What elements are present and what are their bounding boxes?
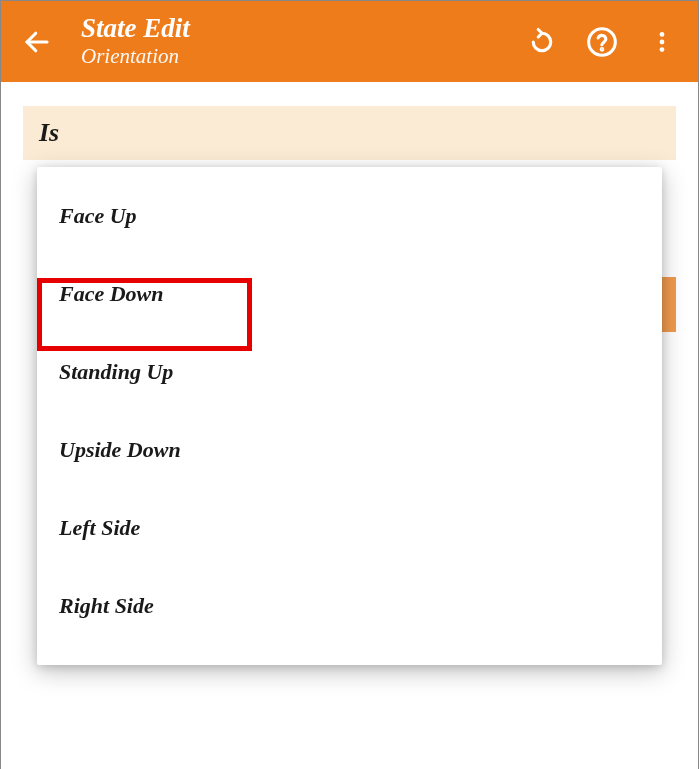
page-subtitle: Orientation bbox=[81, 44, 518, 69]
undo-button[interactable] bbox=[518, 18, 566, 66]
page-title: State Edit bbox=[81, 14, 518, 44]
help-button[interactable] bbox=[578, 18, 626, 66]
accent-stripe bbox=[662, 277, 676, 332]
back-button[interactable] bbox=[13, 18, 61, 66]
section-label-is: Is bbox=[23, 106, 676, 160]
option-left-side[interactable]: Left Side bbox=[37, 489, 662, 567]
more-vert-icon bbox=[649, 29, 675, 55]
option-upside-down[interactable]: Upside Down bbox=[37, 411, 662, 489]
orientation-dropdown: Face Up Face Down Standing Up Upside Dow… bbox=[37, 167, 662, 665]
header-actions bbox=[518, 18, 686, 66]
svg-point-2 bbox=[601, 48, 603, 50]
help-icon bbox=[586, 26, 618, 58]
arrow-left-icon bbox=[22, 27, 52, 57]
overflow-menu-button[interactable] bbox=[638, 18, 686, 66]
option-standing-up[interactable]: Standing Up bbox=[37, 333, 662, 411]
app-header: State Edit Orientation bbox=[0, 0, 699, 82]
content-area: Is Face Up Face Down Standing Up Upside … bbox=[0, 82, 699, 769]
svg-point-4 bbox=[660, 39, 665, 44]
option-right-side[interactable]: Right Side bbox=[37, 567, 662, 645]
option-face-down[interactable]: Face Down bbox=[37, 255, 662, 333]
undo-icon bbox=[527, 27, 557, 57]
svg-point-5 bbox=[660, 47, 665, 52]
title-block: State Edit Orientation bbox=[61, 14, 518, 69]
option-face-up[interactable]: Face Up bbox=[37, 177, 662, 255]
svg-point-3 bbox=[660, 32, 665, 37]
